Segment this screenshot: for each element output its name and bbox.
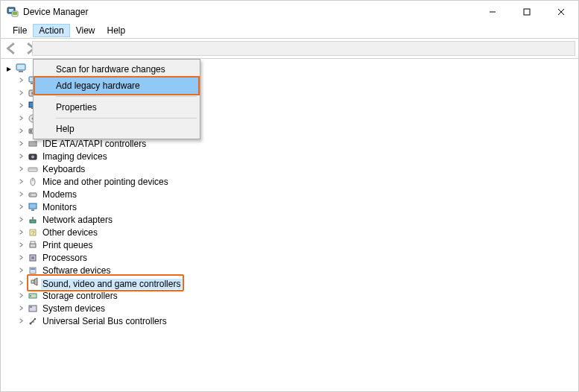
tree-node-label: Mice and other pointing devices bbox=[41, 176, 170, 188]
svg-rect-9 bbox=[19, 71, 23, 72]
tree-node[interactable]: Modems bbox=[17, 188, 578, 200]
computer-root-icon bbox=[15, 62, 27, 74]
tree-node[interactable]: Storage controllers bbox=[17, 289, 578, 302]
chevron-right-icon[interactable] bbox=[17, 191, 25, 198]
menu-item-label: Help bbox=[56, 123, 75, 135]
menu-view[interactable]: View bbox=[70, 24, 101, 37]
tree-node-label: Keyboards bbox=[41, 163, 86, 175]
menu-item-help[interactable]: Help bbox=[35, 121, 198, 137]
chevron-right-icon[interactable] bbox=[17, 305, 25, 312]
usb-icon bbox=[27, 315, 39, 327]
menu-action[interactable]: Action bbox=[33, 24, 69, 37]
menu-item-label: Properties bbox=[56, 101, 97, 113]
menu-item-label: Add legacy hardware bbox=[56, 80, 140, 92]
chevron-right-icon[interactable] bbox=[17, 153, 25, 160]
maximize-button[interactable] bbox=[510, 1, 544, 23]
chevron-right-icon[interactable] bbox=[17, 89, 25, 97]
tree-node-label: Storage controllers bbox=[41, 290, 119, 302]
tree-node-label: Other devices bbox=[41, 227, 99, 238]
tree-node-label: Processors bbox=[41, 252, 89, 264]
menu-file[interactable]: File bbox=[7, 24, 33, 37]
network-icon bbox=[27, 214, 39, 226]
mouse-icon bbox=[27, 176, 39, 188]
tree-node[interactable]: Monitors bbox=[17, 200, 578, 213]
menu-item-scan[interactable]: Scan for hardware changes bbox=[35, 61, 198, 78]
svg-rect-3 bbox=[13, 12, 17, 15]
tree-node[interactable]: Keyboards bbox=[17, 162, 578, 175]
menu-separator bbox=[56, 118, 197, 118]
tree-node[interactable]: Print queues bbox=[17, 238, 578, 251]
window-title: Device Manager bbox=[23, 7, 88, 17]
menu-item-properties[interactable]: Properties bbox=[35, 99, 198, 116]
menu-help[interactable]: Help bbox=[101, 24, 132, 37]
device-tree-pane: Scan for hardware changes Add legacy har… bbox=[1, 59, 578, 327]
chevron-right-icon[interactable] bbox=[17, 254, 25, 262]
sound-icon bbox=[29, 276, 41, 288]
chevron-right-icon[interactable] bbox=[17, 77, 25, 84]
chevron-right-icon[interactable] bbox=[17, 317, 25, 325]
chevron-right-icon[interactable] bbox=[17, 203, 25, 211]
chevron-right-icon[interactable] bbox=[17, 178, 25, 186]
expand-icon[interactable] bbox=[5, 64, 13, 72]
back-button[interactable] bbox=[4, 40, 20, 57]
tree-node[interactable]: Mice and other pointing devices bbox=[17, 175, 578, 188]
svg-rect-5 bbox=[524, 9, 530, 15]
chevron-right-icon[interactable] bbox=[17, 241, 25, 249]
chevron-right-icon[interactable] bbox=[17, 279, 25, 287]
tree-node[interactable]: Network adapters bbox=[17, 213, 578, 226]
chevron-right-icon[interactable] bbox=[17, 127, 25, 135]
tree-node-label: Modems bbox=[41, 189, 78, 200]
other-icon bbox=[27, 227, 39, 238]
toolbar-dropdown-overlay bbox=[32, 41, 575, 56]
keyboard-icon bbox=[27, 163, 39, 175]
chevron-right-icon[interactable] bbox=[17, 115, 25, 122]
printer-icon bbox=[27, 239, 39, 251]
tree-node[interactable]: Other devices bbox=[17, 226, 578, 238]
system-icon bbox=[27, 303, 39, 314]
tree-node-label: Sound, video and game controllers bbox=[41, 279, 182, 289]
tree-node-label: Imaging devices bbox=[41, 151, 109, 162]
chevron-right-icon[interactable] bbox=[17, 102, 25, 110]
tree-node-label: Monitors bbox=[41, 201, 78, 213]
tree-node[interactable]: Universal Serial Bus controllers bbox=[17, 314, 578, 327]
tree-node[interactable]: System devices bbox=[17, 302, 578, 314]
tree-node-label: Universal Serial Bus controllers bbox=[41, 315, 168, 327]
menu-item-label: Scan for hardware changes bbox=[56, 63, 165, 75]
chevron-right-icon[interactable] bbox=[17, 140, 25, 148]
chevron-right-icon[interactable] bbox=[17, 165, 25, 173]
titlebar: Device Manager bbox=[1, 1, 578, 23]
tree-node[interactable]: Processors bbox=[17, 251, 578, 264]
action-dropdown-menu: Scan for hardware changes Add legacy har… bbox=[33, 59, 200, 139]
tree-node[interactable]: Imaging devices bbox=[17, 150, 578, 162]
storage-icon bbox=[27, 290, 39, 302]
menu-item-add-legacy[interactable]: Add legacy hardware bbox=[35, 78, 198, 94]
modem-icon bbox=[27, 189, 39, 200]
monitor-icon bbox=[27, 201, 39, 213]
tree-node-label: Print queues bbox=[41, 239, 94, 251]
toolbar bbox=[1, 38, 578, 59]
chevron-right-icon[interactable] bbox=[17, 216, 25, 224]
tree-node[interactable]: Sound, video and game controllers bbox=[17, 276, 578, 289]
chevron-right-icon[interactable] bbox=[17, 229, 25, 236]
imaging-icon bbox=[27, 151, 39, 162]
minimize-button[interactable] bbox=[475, 1, 510, 23]
cpu-icon bbox=[27, 252, 39, 264]
svg-rect-8 bbox=[16, 64, 25, 70]
chevron-right-icon[interactable] bbox=[17, 292, 25, 300]
chevron-right-icon[interactable] bbox=[17, 267, 25, 274]
tree-node-label: Network adapters bbox=[41, 214, 114, 226]
menu-separator bbox=[56, 96, 197, 97]
tree-node-label: System devices bbox=[41, 303, 107, 314]
device-manager-icon bbox=[7, 6, 19, 18]
close-button[interactable] bbox=[544, 1, 578, 23]
menubar: File Action View Help bbox=[1, 23, 578, 38]
